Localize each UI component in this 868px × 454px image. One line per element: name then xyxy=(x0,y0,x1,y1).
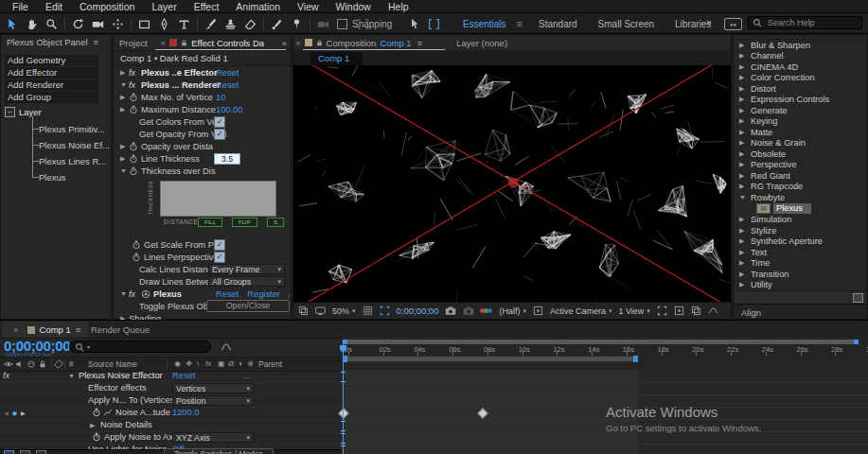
always-preview-icon[interactable] xyxy=(298,306,309,316)
register-link[interactable]: Register xyxy=(247,289,280,299)
timeline-button-icon[interactable] xyxy=(691,306,701,316)
tree-item-plexus-primitiv[interactable]: Plexus Primitiv... xyxy=(39,124,105,134)
lock-icon[interactable] xyxy=(38,359,47,369)
menu-edit[interactable]: Edit xyxy=(37,0,71,13)
twirl-right-icon[interactable]: ▶ xyxy=(739,117,746,125)
effects-category-channel[interactable]: ▶Channel xyxy=(734,51,867,62)
search-help-input[interactable] xyxy=(766,17,855,28)
line-thickness-input[interactable]: 3.5 xyxy=(214,153,240,165)
views-dropdown[interactable]: 1 View▾ xyxy=(619,306,650,316)
cc-workspace-icon[interactable]: ●● xyxy=(724,18,742,30)
effects-category-red-giant[interactable]: ▶Red Giant xyxy=(734,170,867,182)
a-link[interactable]: A xyxy=(289,289,290,299)
tab-close-icon[interactable]: × xyxy=(295,38,301,48)
add-effector-button[interactable]: Add Effector xyxy=(5,67,98,79)
audio-icon[interactable] xyxy=(15,359,25,369)
stopwatch-icon[interactable] xyxy=(132,240,144,250)
render-draft-icon[interactable] xyxy=(4,450,14,454)
lock-icon[interactable] xyxy=(180,39,188,47)
toggle-switches-modes-button[interactable]: Toggle Switches / Modes xyxy=(164,448,274,454)
effects-category-text[interactable]: ▶Text xyxy=(734,247,867,258)
video-visibility-icon[interactable] xyxy=(4,359,13,369)
twirl-down-icon[interactable]: ▼ xyxy=(739,194,746,201)
pan-behind-tool[interactable] xyxy=(108,15,128,32)
mask-expansion-icon[interactable] xyxy=(428,18,440,30)
twirl-right-icon[interactable]: ▶ xyxy=(739,237,746,245)
workspace-libraries[interactable]: Libraries xyxy=(664,19,721,29)
effect-item-plexus[interactable]: 32Plexus xyxy=(734,203,867,215)
row-value[interactable]: 1200.0 xyxy=(172,407,199,419)
twirl-right-icon[interactable]: ▶ xyxy=(120,143,129,150)
grid-options-icon[interactable] xyxy=(363,306,373,316)
add-group-button[interactable]: Add Group xyxy=(5,92,98,103)
twirl-right-icon[interactable]: ▶ xyxy=(120,155,129,163)
calc-lines-distance-dropdown[interactable]: Every Frame▾ xyxy=(208,264,285,274)
stopwatch-icon[interactable] xyxy=(129,105,141,114)
effects-category-obsolete[interactable]: ▶Obsolete xyxy=(734,148,867,160)
3d-layer-icon[interactable]: ⊕ xyxy=(247,359,254,368)
twirl-right-icon[interactable]: ▶ xyxy=(739,161,746,168)
tab-composition-comp[interactable]: Comp 1 xyxy=(380,38,411,48)
effects-category-time[interactable]: ▶Time xyxy=(734,258,867,270)
workspace-essentials[interactable]: Essentials xyxy=(452,19,517,29)
timeline-tracks-area[interactable]: 0s02s04s06s08s10s12s14s16s18s20s22s24s26… xyxy=(341,338,868,454)
fx-column-icon[interactable]: fx xyxy=(205,359,211,368)
panel-menu-icon[interactable]: ≡ xyxy=(76,324,81,335)
twirl-right-icon[interactable]: ▶ xyxy=(739,63,746,71)
viewer-timecode[interactable]: 0;00;00;00 xyxy=(397,306,439,316)
label-color-icon[interactable] xyxy=(54,359,63,369)
tree-item-plexus[interactable]: Plexus xyxy=(39,172,66,183)
effects-category-blur-sharpen[interactable]: ▶Blur & Sharpen xyxy=(734,40,867,51)
stopwatch-icon[interactable] xyxy=(92,432,101,442)
twirl-right-icon[interactable]: ▶ xyxy=(739,150,746,158)
search-help-box[interactable] xyxy=(748,16,862,29)
twirl-right-icon[interactable]: ▶ xyxy=(739,281,746,288)
motion-blur-master-icon[interactable] xyxy=(36,450,46,454)
tree-item-plexus-lines-r[interactable]: Plexus Lines R... xyxy=(39,156,106,166)
tab-project[interactable]: Project xyxy=(119,38,148,48)
twirl-right-icon[interactable]: ▶ xyxy=(120,69,129,77)
collapse-box-icon[interactable]: – xyxy=(5,107,15,117)
show-channel-icon[interactable] xyxy=(481,308,492,313)
next-keyframe-icon[interactable]: ▶ xyxy=(21,410,26,416)
take-snapshot-icon[interactable] xyxy=(445,306,456,317)
twirl-right-icon[interactable]: ▶ xyxy=(739,52,746,60)
effector-effects-dropdown[interactable]: Vertices▾ xyxy=(172,383,254,393)
effects-category-rg-trapcode[interactable]: ▶RG Trapcode xyxy=(734,182,867,193)
menu-layer[interactable]: Layer xyxy=(143,0,185,13)
effects-category-cinema-4d[interactable]: ▶CINEMA 4D xyxy=(734,61,867,73)
eraser-tool[interactable] xyxy=(240,15,260,32)
type-tool[interactable] xyxy=(174,15,194,32)
effects-category-utility[interactable]: ▶Utility xyxy=(734,280,867,291)
snapping-checkbox[interactable] xyxy=(337,19,347,29)
column-parent[interactable]: Parent xyxy=(258,359,282,369)
prev-keyframe-icon[interactable]: ◀ xyxy=(4,410,9,416)
snapping-toggle[interactable]: Snapping xyxy=(337,13,392,34)
hand-tool[interactable] xyxy=(22,15,42,32)
menu-animation[interactable]: Animation xyxy=(227,0,289,13)
graph-s-button[interactable]: S xyxy=(267,218,284,227)
fx-value[interactable]: 10 xyxy=(216,93,225,102)
twirl-right-icon[interactable]: ▶ xyxy=(739,139,746,147)
reset-link[interactable]: Reset xyxy=(216,80,239,90)
workspace-standard[interactable]: Standard xyxy=(528,19,588,29)
add-renderer-button[interactable]: Add Renderer xyxy=(5,79,98,91)
panel-menu-icon[interactable]: ≡ xyxy=(94,37,99,47)
tree-root-layer[interactable]: –Layer xyxy=(5,107,42,117)
effects-category-distort[interactable]: ▶Distort xyxy=(734,83,867,95)
tab-close-icon[interactable]: × xyxy=(161,38,167,48)
work-area-bar[interactable] xyxy=(343,356,638,362)
open-close-button[interactable]: Open/Close xyxy=(206,300,290,312)
value-graph-icon[interactable] xyxy=(103,408,113,417)
keyframe-indicator-icon[interactable]: ◆ xyxy=(12,410,17,417)
effects-category-synthetic-aperture[interactable]: ▶Synthetic Aperture xyxy=(734,236,867,248)
reset-link[interactable]: Reset xyxy=(172,370,195,382)
more-options[interactable]: ... xyxy=(242,370,250,382)
stopwatch-icon[interactable] xyxy=(129,166,141,176)
reset-link[interactable]: Reset xyxy=(216,68,239,78)
checkbox-checked[interactable]: ✓ xyxy=(214,252,225,263)
workspace-menu-icon[interactable]: ≡ xyxy=(517,18,528,29)
cursor-mode-icon[interactable] xyxy=(409,18,420,29)
twirl-right-icon[interactable]: ▶ xyxy=(739,107,746,114)
workspace-overflow-icon[interactable]: » xyxy=(706,17,712,27)
